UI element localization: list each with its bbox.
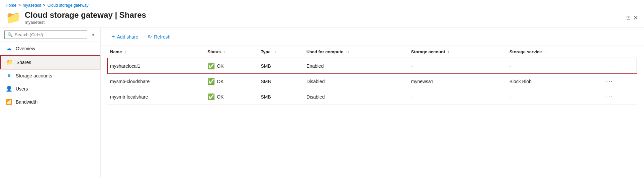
row-storage-service: Block Blob	[507, 74, 602, 89]
search-box: 🔍 «	[0, 28, 100, 42]
folder-icon: 📁	[6, 11, 21, 25]
row-storage-service: -	[507, 89, 602, 105]
row-name: mysmb-cloudshare	[107, 74, 205, 89]
status-ok-icon: ✅	[207, 93, 215, 101]
row-storage-service: -	[507, 58, 602, 74]
toolbar: + Add share ↻ Refresh	[101, 28, 644, 46]
sidebar-item-label: Bandwidth	[16, 99, 37, 105]
print-icon[interactable]: ⊡	[626, 14, 631, 21]
status-ok-icon: ✅	[207, 62, 215, 70]
status-ok-icon: ✅	[207, 78, 215, 85]
search-icon: 🔍	[7, 32, 13, 37]
col-name[interactable]: Name ↑↓	[107, 46, 205, 58]
col-storage-service[interactable]: Storage service ↑↓	[507, 46, 602, 58]
sidebar-item-storage-accounts[interactable]: ≡ Storage accounts	[0, 69, 100, 82]
header-actions: ⊡ ✕	[626, 14, 638, 21]
row-compute: Disabled	[304, 89, 408, 105]
status-text: OK	[217, 63, 223, 69]
bandwidth-icon: 📶	[6, 99, 12, 105]
table-header: Name ↑↓ Status ↑↓ Type ↑↓ Used for compu…	[107, 46, 637, 58]
row-more: ···	[602, 89, 637, 105]
sidebar-item-overview[interactable]: ☁ Overview	[0, 42, 100, 55]
table-wrapper: Name ↑↓ Status ↑↓ Type ↑↓ Used for compu…	[101, 46, 644, 177]
collapse-button[interactable]: «	[89, 31, 96, 39]
sidebar-item-label: Shares	[16, 60, 31, 65]
row-storage-account: mynewsa1	[408, 74, 507, 89]
table-body: mysharelocal1 ✅ OK SMB Enabled - -	[107, 58, 637, 105]
sidebar-item-users[interactable]: 👤 Users	[0, 82, 100, 95]
refresh-label: Refresh	[154, 34, 170, 40]
table-row[interactable]: mysmb-cloudshare ✅ OK SMB Disabled mynew…	[107, 74, 637, 89]
title-left: 📁 Cloud storage gateway | Shares myasete…	[6, 10, 146, 25]
row-compute: Disabled	[304, 74, 408, 89]
close-icon[interactable]: ✕	[633, 14, 638, 21]
row-status: ✅ OK	[205, 74, 258, 89]
header: Home > myasetest > Cloud storage gateway…	[0, 0, 644, 28]
col-compute[interactable]: Used for compute ↑↓	[304, 46, 408, 58]
more-options-button[interactable]: ···	[604, 93, 615, 101]
add-share-button[interactable]: + Add share	[107, 31, 142, 42]
breadcrumb-resource[interactable]: myasetest	[23, 3, 41, 8]
status-text: OK	[217, 94, 223, 100]
page-title: Cloud storage gateway | Shares	[25, 10, 146, 20]
refresh-icon: ↻	[148, 34, 152, 40]
row-compute: Enabled	[304, 58, 408, 74]
search-wrapper: 🔍	[4, 31, 87, 39]
row-more: ···	[602, 58, 637, 74]
storage-icon: ≡	[6, 73, 12, 79]
main-layout: 🔍 « ☁ Overview 📁 Shares ≡ Storage accoun…	[0, 28, 644, 177]
sidebar-item-shares[interactable]: 📁 Shares	[0, 55, 100, 69]
refresh-button[interactable]: ↻ Refresh	[144, 32, 174, 42]
table-row[interactable]: mysharelocal1 ✅ OK SMB Enabled - -	[107, 58, 637, 74]
col-status[interactable]: Status ↑↓	[205, 46, 258, 58]
table-row[interactable]: mysmb-localshare ✅ OK SMB Disabled - -	[107, 89, 637, 105]
row-type: SMB	[258, 89, 304, 105]
col-actions	[602, 46, 637, 58]
users-icon: 👤	[6, 85, 12, 92]
sidebar: 🔍 « ☁ Overview 📁 Shares ≡ Storage accoun…	[0, 28, 101, 177]
shares-table: Name ↑↓ Status ↑↓ Type ↑↓ Used for compu…	[107, 46, 637, 105]
page-subtitle: myasetest	[25, 20, 146, 25]
row-storage-account: -	[408, 58, 507, 74]
row-status: ✅ OK	[205, 89, 258, 105]
breadcrumb-home[interactable]: Home	[6, 3, 16, 8]
breadcrumb-current[interactable]: Cloud storage gateway	[48, 3, 89, 8]
sidebar-item-bandwidth[interactable]: 📶 Bandwidth	[0, 95, 100, 108]
breadcrumb-sep1: >	[18, 3, 21, 8]
content-area: + Add share ↻ Refresh Name ↑↓ Status ↑↓ …	[101, 28, 644, 177]
add-share-label: Add share	[117, 34, 139, 40]
row-name: mysmb-localshare	[107, 89, 205, 105]
shares-icon: 📁	[6, 59, 13, 65]
add-icon: +	[111, 33, 115, 40]
title-row: 📁 Cloud storage gateway | Shares myasete…	[6, 10, 638, 27]
breadcrumb-sep2: >	[43, 3, 45, 8]
sidebar-item-label: Overview	[16, 46, 35, 51]
row-name: mysharelocal1	[107, 58, 205, 74]
row-storage-account: -	[408, 89, 507, 105]
overview-icon: ☁	[6, 45, 12, 52]
nav-items: ☁ Overview 📁 Shares ≡ Storage accounts 👤…	[0, 42, 100, 108]
more-options-button[interactable]: ···	[604, 77, 615, 85]
row-type: SMB	[258, 58, 304, 74]
sidebar-item-label: Storage accounts	[16, 73, 52, 78]
col-type[interactable]: Type ↑↓	[258, 46, 304, 58]
col-storage-account[interactable]: Storage account ↑↓	[408, 46, 507, 58]
row-more: ···	[602, 74, 637, 89]
status-text: OK	[217, 79, 223, 84]
search-input[interactable]	[15, 32, 84, 37]
breadcrumb: Home > myasetest > Cloud storage gateway	[6, 3, 638, 8]
row-type: SMB	[258, 74, 304, 89]
row-status: ✅ OK	[205, 58, 258, 74]
title-text: Cloud storage gateway | Shares myasetest	[25, 10, 146, 25]
sidebar-item-label: Users	[16, 86, 28, 92]
more-options-button[interactable]: ···	[604, 62, 615, 70]
